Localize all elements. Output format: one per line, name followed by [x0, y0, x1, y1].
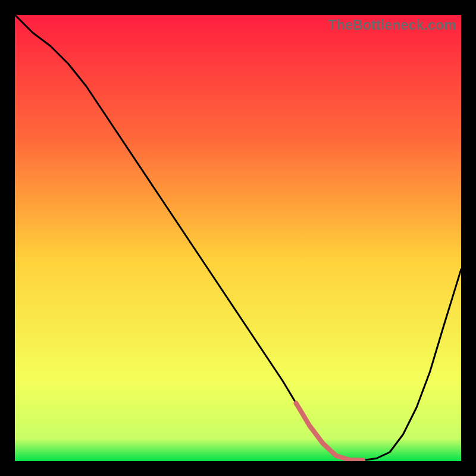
chart-frame: TheBottleneck.com: [15, 15, 461, 461]
chart-svg: [15, 15, 461, 461]
watermark-label: TheBottleneck.com: [328, 17, 456, 33]
